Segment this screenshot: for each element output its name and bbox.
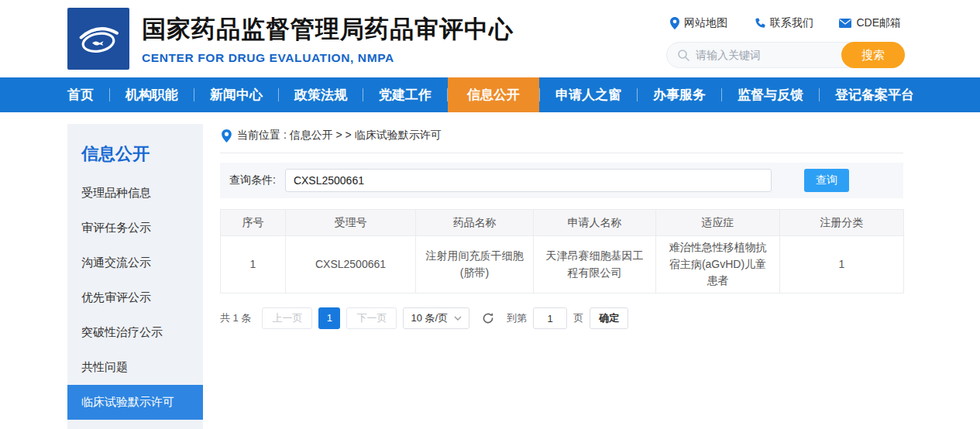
cell-acceptance-no: CXSL2500661 bbox=[286, 236, 416, 293]
mailbox-link-label: CDE邮箱 bbox=[856, 16, 901, 30]
sidebar-item-marketed-drugs[interactable]: 上市药品信息 bbox=[67, 420, 203, 429]
mailbox-link[interactable]: CDE邮箱 bbox=[839, 16, 901, 30]
breadcrumb: 当前位置 : 信息公开 > > 临床试验默示许可 bbox=[220, 124, 903, 153]
query-input[interactable] bbox=[285, 169, 772, 192]
cell-applicant: 天津昂赛细胞基因工程有限公司 bbox=[534, 236, 656, 293]
query-bar: 查询条件: 查询 bbox=[220, 163, 903, 198]
sidebar-item-clinical-trial-implied-license[interactable]: 临床试验默示许可 bbox=[67, 385, 203, 420]
sitemap-link[interactable]: 网站地图 bbox=[670, 16, 727, 30]
current-page-button[interactable]: 1 bbox=[318, 307, 340, 329]
sidebar-item-communication[interactable]: 沟通交流公示 bbox=[67, 245, 203, 280]
breadcrumb-text: 当前位置 : 信息公开 > > 临床试验默示许可 bbox=[237, 129, 442, 142]
cell-index: 1 bbox=[221, 236, 286, 293]
site-title: 国家药品监督管理局药品审评中心 bbox=[142, 13, 514, 46]
cell-drug-name: 注射用间充质干细胞(脐带) bbox=[416, 236, 534, 293]
pagination-total: 共 1 条 bbox=[220, 311, 251, 325]
page-size-value: 10 条/页 bbox=[411, 311, 448, 325]
content-area: 信息公开 受理品种信息 审评任务公示 沟通交流公示 优先审评公示 突破性治疗公示… bbox=[0, 112, 980, 429]
sidebar: 信息公开 受理品种信息 审评任务公示 沟通交流公示 优先审评公示 突破性治疗公示… bbox=[67, 124, 203, 429]
nav-item-supervision[interactable]: 监督与反馈 bbox=[722, 77, 819, 112]
table-header-row: 序号 受理号 药品名称 申请人名称 适应症 注册分类 bbox=[221, 210, 904, 236]
cell-indication: 难治性急性移植物抗宿主病(aGvHD)儿童患者 bbox=[656, 236, 780, 293]
phone-icon bbox=[754, 18, 765, 29]
column-header-registration-class: 注册分类 bbox=[780, 210, 904, 236]
cell-registration-class: 1 bbox=[780, 236, 904, 293]
swan-logo-icon bbox=[74, 14, 123, 63]
goto-page-input[interactable] bbox=[533, 307, 567, 329]
top-links: 网站地图 联系我们 CDE邮箱 bbox=[666, 16, 905, 30]
sidebar-item-review-tasks[interactable]: 审评任务公示 bbox=[67, 211, 203, 245]
page: 国家药品监督管理局药品审评中心 CENTER FOR DRUG EVALUATI… bbox=[0, 0, 980, 429]
contact-link-label: 联系我们 bbox=[770, 16, 813, 30]
results-table: 序号 受理号 药品名称 申请人名称 适应症 注册分类 1 CXSL2500661… bbox=[220, 209, 904, 293]
sidebar-item-accepted-varieties[interactable]: 受理品种信息 bbox=[67, 176, 203, 211]
prev-page-button[interactable]: 上一页 bbox=[262, 307, 312, 329]
page-size-select[interactable]: 10 条/页 bbox=[403, 307, 469, 329]
nav-item-services[interactable]: 办事服务 bbox=[638, 77, 721, 112]
mail-icon bbox=[839, 19, 851, 28]
main-nav: 首页 机构职能 新闻中心 政策法规 党建工作 信息公开 申请人之窗 办事服务 监… bbox=[0, 77, 980, 112]
column-header-acceptance-no: 受理号 bbox=[286, 210, 416, 236]
nav-item-party[interactable]: 党建工作 bbox=[363, 77, 447, 112]
chevron-down-icon bbox=[454, 316, 462, 321]
header-search-bar: 搜索 bbox=[666, 42, 905, 68]
contact-link[interactable]: 联系我们 bbox=[754, 16, 813, 30]
column-header-indication: 适应症 bbox=[656, 210, 780, 236]
nav-item-policies[interactable]: 政策法规 bbox=[279, 77, 363, 112]
header-right: 网站地图 联系我们 CDE邮箱 搜索 bbox=[666, 16, 905, 68]
goto-page-label: 到第 bbox=[507, 311, 527, 325]
search-icon bbox=[677, 49, 689, 61]
column-header-applicant: 申请人名称 bbox=[534, 210, 656, 236]
refresh-button[interactable] bbox=[482, 312, 494, 324]
table-row: 1 CXSL2500661 注射用间充质干细胞(脐带) 天津昂赛细胞基因工程有限… bbox=[221, 236, 904, 293]
pagination: 共 1 条 上一页 1 下一页 10 条/页 到第 页 确定 bbox=[220, 307, 903, 329]
cde-logo[interactable] bbox=[67, 8, 129, 70]
nav-item-registration-platform[interactable]: 登记备案平台 bbox=[820, 77, 930, 112]
confirm-button[interactable]: 确定 bbox=[590, 307, 628, 329]
sidebar-item-breakthrough-therapy[interactable]: 突破性治疗公示 bbox=[67, 315, 203, 350]
query-label: 查询条件: bbox=[229, 173, 276, 187]
sidebar-item-common-issues[interactable]: 共性问题 bbox=[67, 350, 203, 385]
next-page-button[interactable]: 下一页 bbox=[346, 307, 397, 329]
column-header-index: 序号 bbox=[221, 210, 286, 236]
map-pin-icon bbox=[670, 17, 679, 29]
nav-item-home[interactable]: 首页 bbox=[67, 77, 109, 112]
column-header-drug-name: 药品名称 bbox=[416, 210, 534, 236]
site-header: 国家药品监督管理局药品审评中心 CENTER FOR DRUG EVALUATI… bbox=[0, 0, 980, 77]
query-button[interactable]: 查询 bbox=[804, 169, 849, 192]
site-subtitle: CENTER FOR DRUG EVALUATION, NMPA bbox=[142, 51, 514, 65]
sitemap-link-label: 网站地图 bbox=[684, 16, 727, 30]
search-button[interactable]: 搜索 bbox=[841, 42, 905, 68]
location-pin-icon bbox=[222, 129, 232, 142]
nav-item-applicant-window[interactable]: 申请人之窗 bbox=[540, 77, 637, 112]
site-title-block: 国家药品监督管理局药品审评中心 CENTER FOR DRUG EVALUATI… bbox=[142, 13, 514, 65]
main-panel: 当前位置 : 信息公开 > > 临床试验默示许可 查询条件: 查询 序号 受理号… bbox=[220, 124, 903, 429]
nav-item-functions[interactable]: 机构职能 bbox=[110, 77, 194, 112]
refresh-icon bbox=[482, 312, 494, 324]
page-unit-label: 页 bbox=[573, 311, 583, 325]
sidebar-title: 信息公开 bbox=[67, 124, 203, 176]
nav-item-info-disclosure[interactable]: 信息公开 bbox=[448, 77, 539, 112]
nav-item-news[interactable]: 新闻中心 bbox=[194, 77, 278, 112]
sidebar-item-priority-review[interactable]: 优先审评公示 bbox=[67, 280, 203, 315]
